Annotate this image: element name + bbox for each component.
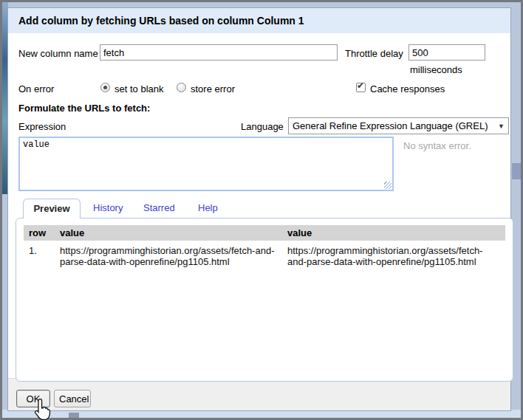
throttle-delay-label: Throttle delay [345,48,403,59]
ok-button[interactable]: OK [16,390,50,407]
throttle-unit-label: milliseconds [410,64,462,75]
preview-table: row value value 1. https://programminghi… [24,225,505,269]
on-error-label: On error [18,83,54,94]
cache-responses-label: Cache responses [370,83,445,94]
table-header-row: row value value [24,225,505,241]
chevron-down-icon: ▼ [498,119,505,134]
add-column-fetch-dialog: Add column by fetching URLs based on col… [7,7,511,411]
tab-help[interactable]: Help [198,202,218,213]
resize-grip-icon[interactable] [384,182,392,189]
language-select[interactable]: General Refine Expression Language (GREL… [288,117,509,134]
col-header-row: row [24,225,55,241]
on-error-store-error-label: store error [191,83,235,94]
page-backdrop-fragment [69,413,79,418]
value1-cell: https://programminghistorian.org/assets/… [55,241,283,269]
tab-starred[interactable]: Starred [143,202,175,213]
col-header-value1: value [55,225,283,241]
tab-preview[interactable]: Preview [23,199,81,218]
expression-textarea[interactable]: value [18,137,394,191]
on-error-set-to-blank-radio[interactable] [100,83,110,92]
cache-responses-checkbox[interactable]: ✔ [356,83,366,92]
preview-panel: row value value 1. https://programminghi… [16,218,513,382]
cancel-button[interactable]: Cancel [54,390,91,407]
new-column-name-input[interactable] [100,44,338,61]
checkmark-icon: ✔ [357,81,364,91]
col-header-value2: value [283,225,505,241]
dialog-footer: OK Cancel [8,378,510,410]
language-label: Language [241,121,284,132]
table-row: 1. https://programminghistorian.org/asse… [24,241,505,269]
formulate-heading: Formulate the URLs to fetch: [18,103,150,114]
on-error-store-error-radio[interactable] [177,83,186,92]
throttle-delay-input[interactable] [409,44,485,61]
value2-cell: https://programminghistorian.org/assets/… [283,241,505,269]
expression-label: Expression [18,121,66,132]
syntax-status: No syntax error. [403,140,471,151]
screen: Add column by fetching URLs based on col… [0,0,523,420]
row-number-cell: 1. [24,241,55,269]
page-backdrop-right-band [512,163,521,179]
language-select-value: General Refine Expression Language (GREL… [293,120,488,131]
expression-editor-wrap: value [18,137,394,191]
on-error-set-to-blank-label: set to blank [114,83,164,94]
tab-history[interactable]: History [93,202,123,213]
new-column-name-label: New column name [18,48,98,59]
dialog-title: Add column by fetching URLs based on col… [8,8,510,33]
